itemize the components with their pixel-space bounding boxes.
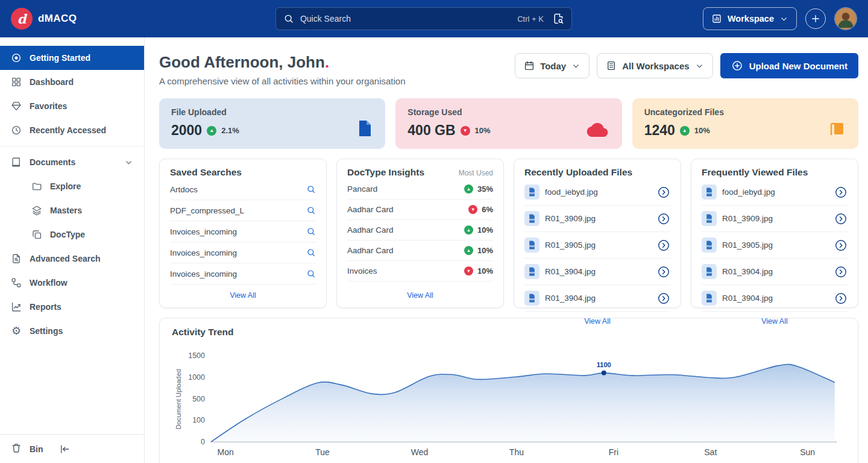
workspaces-filter-button[interactable]: All Workspaces bbox=[597, 53, 712, 78]
svg-text:Wed: Wed bbox=[411, 447, 429, 457]
svg-text:1500: 1500 bbox=[188, 351, 205, 360]
svg-text:PDF: PDF bbox=[706, 271, 712, 274]
date-filter-button[interactable]: Today bbox=[515, 53, 590, 78]
add-button[interactable] bbox=[805, 8, 826, 29]
saved-search-row[interactable]: Invoices_incoming bbox=[170, 242, 316, 263]
view-all-link[interactable]: View All bbox=[702, 312, 848, 326]
chevron-down-icon bbox=[124, 158, 133, 167]
card-title: DocType Insights bbox=[347, 167, 424, 178]
file-row[interactable]: PDFfood_iebyd.jpg bbox=[524, 179, 670, 206]
dmacq-logo-icon: d bbox=[11, 8, 33, 30]
svg-text:1000: 1000 bbox=[188, 373, 205, 382]
sidebar-item-documents[interactable]: Documents bbox=[0, 150, 144, 174]
search-icon[interactable] bbox=[306, 269, 316, 279]
widget-cards: Saved Searches Artdocs PDF_compressed_L … bbox=[159, 159, 858, 308]
search-icon[interactable] bbox=[306, 227, 316, 236]
plus-icon bbox=[810, 13, 821, 24]
doctype-row: Aadhar Card 10% bbox=[347, 241, 493, 261]
trend-icon bbox=[464, 246, 473, 255]
open-file-chevron-icon[interactable] bbox=[834, 239, 848, 252]
sidebar-item-getting-started[interactable]: Getting Started bbox=[0, 46, 144, 70]
topbar: d dMACQ Ctrl + K Workspace bbox=[0, 0, 868, 37]
trend-icon bbox=[468, 205, 477, 214]
file-row[interactable]: PDFR01_3909.jpg bbox=[524, 206, 670, 232]
view-all-link[interactable]: View All bbox=[347, 286, 493, 300]
workspace-button[interactable]: Workspace bbox=[703, 7, 797, 30]
stat-cards: File Uploaded 2000 2.1% Storage Used 400… bbox=[159, 98, 858, 149]
trend-up-icon bbox=[680, 126, 690, 136]
search-icon[interactable] bbox=[306, 248, 316, 257]
trash-icon bbox=[11, 443, 22, 455]
svg-text:PDF: PDF bbox=[529, 192, 535, 195]
view-all-link[interactable]: View All bbox=[170, 286, 316, 300]
sidebar-item-masters[interactable]: Masters bbox=[0, 198, 144, 222]
file-row[interactable]: PDFR01_3904.jpg bbox=[702, 259, 848, 285]
svg-text:Thu: Thu bbox=[509, 447, 524, 457]
sidebar-item-settings[interactable]: ⚙ Settings bbox=[0, 319, 144, 343]
open-file-chevron-icon[interactable] bbox=[657, 186, 670, 199]
svg-text:PDF: PDF bbox=[706, 298, 712, 301]
user-avatar[interactable] bbox=[834, 7, 857, 30]
file-row[interactable]: PDFR01_3904.jpg bbox=[524, 285, 670, 312]
sidebar-item-doctype[interactable]: DocType bbox=[0, 222, 144, 247]
pdf-file-icon: PDF bbox=[702, 291, 717, 306]
folder-icon bbox=[31, 181, 42, 192]
collapse-sidebar-icon[interactable] bbox=[59, 444, 70, 455]
plus-circle-icon bbox=[731, 60, 743, 72]
doctype-row: Aadhar Card 10% bbox=[347, 220, 493, 241]
saved-search-row[interactable]: PDF_compressed_L bbox=[170, 200, 316, 221]
card-title: Saved Searches bbox=[170, 167, 242, 178]
open-file-chevron-icon[interactable] bbox=[834, 186, 848, 199]
search-icon[interactable] bbox=[306, 206, 316, 215]
sidebar-item-dashboard[interactable]: Dashboard bbox=[0, 70, 144, 94]
svg-text:PDF: PDF bbox=[529, 298, 535, 301]
pdf-file-icon: PDF bbox=[702, 264, 717, 279]
file-search-icon bbox=[11, 253, 22, 264]
gear-icon: ⚙ bbox=[11, 326, 22, 336]
sidebar-item-reports[interactable]: Reports bbox=[0, 295, 144, 319]
open-file-chevron-icon[interactable] bbox=[657, 212, 670, 225]
main-content: Good Afternoon, John. A comprehensive vi… bbox=[145, 37, 868, 463]
activity-trend-card: Activity Trend Document Uploaded01005001… bbox=[159, 318, 858, 463]
view-all-link[interactable]: View All bbox=[524, 312, 670, 326]
stat-card-files-uploaded: File Uploaded 2000 2.1% bbox=[159, 98, 385, 149]
record-icon bbox=[11, 52, 22, 63]
stat-value: 1240 bbox=[644, 122, 675, 139]
file-row[interactable]: PDFR01_3904.jpg bbox=[702, 285, 848, 312]
pdf-file-icon: PDF bbox=[524, 238, 539, 253]
sidebar-item-explore[interactable]: Explore bbox=[0, 174, 144, 198]
copy-files-icon bbox=[829, 120, 845, 139]
sidebar-item-advanced-search[interactable]: Advanced Search bbox=[0, 247, 144, 271]
saved-search-row[interactable]: Invoices_incoming bbox=[170, 263, 316, 285]
sidebar-item-bin[interactable]: Bin bbox=[0, 434, 144, 463]
svg-text:1100: 1100 bbox=[597, 361, 611, 368]
open-file-chevron-icon[interactable] bbox=[834, 212, 848, 225]
chevron-down-icon bbox=[571, 61, 580, 71]
open-file-chevron-icon[interactable] bbox=[657, 265, 670, 279]
saved-search-row[interactable]: Invoices_incoming bbox=[170, 221, 316, 242]
search-input[interactable] bbox=[300, 14, 511, 24]
doctype-row: Pancard 35% bbox=[347, 179, 493, 200]
saved-search-row[interactable]: Artdocs bbox=[170, 179, 316, 200]
file-row[interactable]: PDFfood_iebyd.jpg bbox=[702, 179, 848, 206]
open-file-chevron-icon[interactable] bbox=[657, 292, 670, 305]
sidebar-item-favorites[interactable]: Favorites bbox=[0, 94, 144, 118]
sidebar-item-recently-accessed[interactable]: Recently Accessed bbox=[0, 118, 144, 142]
file-row[interactable]: PDFR01_3909.jpg bbox=[702, 206, 848, 232]
document-search-icon[interactable] bbox=[552, 13, 564, 25]
document-icon bbox=[357, 120, 372, 139]
file-row[interactable]: PDFR01_3905.jpg bbox=[524, 232, 670, 259]
sidebar-item-workflow[interactable]: Workflow bbox=[0, 271, 144, 295]
file-row[interactable]: PDFR01_3904.jpg bbox=[524, 259, 670, 285]
quick-search-bar[interactable]: Ctrl + K bbox=[275, 7, 572, 30]
chevron-down-icon bbox=[695, 61, 704, 71]
open-file-chevron-icon[interactable] bbox=[657, 239, 670, 252]
search-icon[interactable] bbox=[306, 184, 316, 194]
svg-text:Fri: Fri bbox=[609, 447, 618, 457]
open-file-chevron-icon[interactable] bbox=[834, 292, 848, 305]
calendar-icon bbox=[524, 60, 535, 71]
open-file-chevron-icon[interactable] bbox=[834, 265, 848, 279]
file-row[interactable]: PDFR01_3905.jpg bbox=[702, 232, 848, 259]
layers-icon bbox=[31, 205, 42, 216]
upload-new-document-button[interactable]: Upload New Document bbox=[720, 53, 858, 78]
